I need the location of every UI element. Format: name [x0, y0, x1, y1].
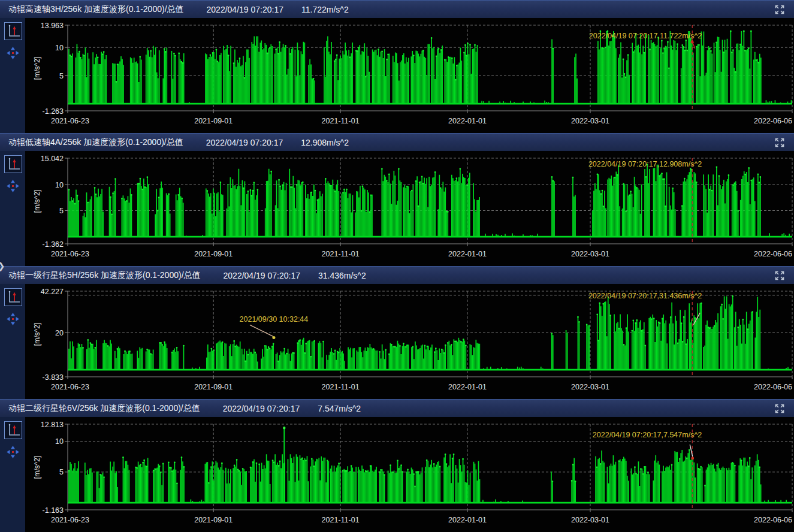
cursor-annotation: 2022/04/19 07:20:17,11.722m/s^2 — [589, 32, 702, 40]
svg-text:2022-06-06: 2022-06-06 — [754, 383, 792, 391]
svg-text:20: 20 — [55, 329, 64, 337]
pan-tool-icon[interactable] — [6, 46, 20, 60]
chart-area[interactable]: 13.963-1.2631052021-06-232021-09-012021-… — [0, 18, 794, 133]
svg-text:2021-09-01: 2021-09-01 — [194, 516, 233, 524]
chart-toolbar — [0, 18, 25, 133]
svg-text:2022-06-06: 2022-06-06 — [754, 250, 792, 258]
svg-text:10: 10 — [55, 181, 64, 189]
svg-text:5: 5 — [59, 207, 64, 215]
axis-labels: 42.227-3.833202021-06-232021-09-012021-1… — [33, 288, 792, 391]
y-axis-unit: [m/s^2] — [33, 456, 41, 479]
svg-text:2022-01-01: 2022-01-01 — [448, 250, 487, 258]
svg-text:2021-06-23: 2021-06-23 — [51, 250, 89, 258]
svg-text:13.963: 13.963 — [41, 22, 64, 30]
svg-text:-1.163: -1.163 — [43, 506, 64, 515]
svg-text:15.042: 15.042 — [41, 155, 64, 163]
axes-tool-icon[interactable] — [4, 22, 22, 40]
svg-text:2021-09-01: 2021-09-01 — [194, 250, 233, 258]
expand-icon[interactable] — [774, 403, 786, 415]
svg-text:2022-03-01: 2022-03-01 — [571, 516, 609, 524]
svg-text:42.227: 42.227 — [41, 288, 64, 296]
peak-label: 2021/09/30 10:32:44 — [240, 315, 309, 324]
svg-text:2022-06-06: 2022-06-06 — [754, 117, 792, 125]
svg-text:2022-01-01: 2022-01-01 — [448, 117, 487, 125]
svg-text:2022-03-01: 2022-03-01 — [571, 383, 609, 391]
cursor-value: 11.722m/s^2 — [301, 5, 349, 14]
svg-text:2022-06-06: 2022-06-06 — [754, 516, 792, 524]
cursor-annotation: 2022/04/19 07:20:17,12.908m/s^2 — [588, 160, 702, 168]
cursor-annotation: 2022/04/19 07:20:17,7.547m/s^2 — [593, 431, 702, 439]
y-axis-unit: [m/s^2] — [33, 57, 41, 80]
panel-title: 动辊低速轴4A/256k 加速度波形(0.1-2000)/总值 — [8, 137, 183, 148]
expand-icon[interactable] — [774, 270, 786, 282]
svg-text:2021-11-01: 2021-11-01 — [322, 383, 360, 391]
panel-title: 动辊一级行星轮5H/256k 加速度波形(0.1-2000)/总值 — [8, 270, 201, 281]
svg-text:10: 10 — [55, 44, 64, 52]
waveform-plot: 15.042-1.3621052021-06-232021-09-012021-… — [0, 151, 794, 266]
y-axis-unit: [m/s^2] — [33, 190, 41, 213]
svg-text:2022-03-01: 2022-03-01 — [571, 250, 609, 258]
svg-text:-1.362: -1.362 — [43, 240, 64, 249]
axes-tool-icon[interactable] — [4, 288, 22, 306]
svg-text:2021-06-23: 2021-06-23 — [51, 383, 89, 391]
chart-toolbar — [0, 151, 25, 266]
svg-text:5: 5 — [59, 72, 64, 80]
panel-titlebar: 动辊低速轴4A/256k 加速度波形(0.1-2000)/总值 2022/04/… — [0, 133, 794, 151]
expand-icon[interactable] — [774, 4, 786, 16]
trend-panel-3: 动辊一级行星轮5H/256k 加速度波形(0.1-2000)/总值 2022/0… — [0, 266, 794, 399]
waveform-plot: 13.963-1.2631052021-06-232021-09-012021-… — [0, 18, 794, 133]
svg-text:-3.833: -3.833 — [43, 373, 64, 382]
pan-tool-icon[interactable] — [6, 179, 20, 193]
waveform-data — [68, 31, 792, 104]
svg-text:5: 5 — [59, 468, 64, 476]
svg-text:2021-11-01: 2021-11-01 — [322, 250, 360, 258]
waveform-data — [68, 165, 792, 237]
panel-title: 动辊高速轴3H/256k 加速度波形(0.1-2000)/总值 — [8, 4, 184, 15]
svg-text:2021-06-23: 2021-06-23 — [51, 516, 89, 524]
trend-panel-2: 动辊低速轴4A/256k 加速度波形(0.1-2000)/总值 2022/04/… — [0, 133, 794, 266]
cursor-value: 12.908m/s^2 — [301, 138, 349, 147]
svg-text:2021-06-23: 2021-06-23 — [51, 117, 89, 125]
cursor-annotation: 2022/04/19 07:20:17,31.436m/s^2 — [588, 292, 702, 300]
svg-text:2022-01-01: 2022-01-01 — [448, 516, 487, 524]
pan-tool-icon[interactable] — [6, 445, 20, 459]
svg-text:2021-09-01: 2021-09-01 — [194, 117, 233, 125]
svg-text:2022-01-01: 2022-01-01 — [448, 383, 487, 391]
svg-text:2021-11-01: 2021-11-01 — [322, 117, 360, 125]
cursor-value: 7.547m/s^2 — [318, 404, 361, 413]
cursor-timestamp: 2022/04/19 07:20:17 — [223, 404, 300, 413]
axes-tool-icon[interactable] — [4, 155, 22, 173]
expand-icon[interactable] — [774, 137, 786, 149]
y-axis-unit: [m/s^2] — [33, 323, 41, 346]
collapse-panel-chevron[interactable]: ❯ — [0, 261, 5, 271]
panel-titlebar: 动辊二级行星轮6V/256k 加速度波形(0.1-2000)/总值 2022/0… — [0, 399, 794, 417]
chart-area[interactable]: 12.813-1.1631052021-06-232021-09-012021-… — [0, 417, 794, 532]
panel-title: 动辊二级行星轮6V/256k 加速度波形(0.1-2000)/总值 — [8, 403, 200, 414]
cursor-timestamp: 2022/04/19 07:20:17 — [207, 5, 283, 14]
waveform-plot: 12.813-1.1631052021-06-232021-09-012021-… — [0, 417, 794, 532]
chart-area[interactable]: 42.227-3.833202021-06-232021-09-012021-1… — [0, 284, 794, 399]
peak-annotation: 2021/09/30 10:32:44 — [240, 315, 309, 339]
panel-titlebar: 动辊一级行星轮5H/256k 加速度波形(0.1-2000)/总值 2022/0… — [0, 266, 794, 284]
svg-text:-1.263: -1.263 — [43, 107, 64, 116]
panel-titlebar: 动辊高速轴3H/256k 加速度波形(0.1-2000)/总值 2022/04/… — [0, 0, 794, 18]
svg-text:10: 10 — [55, 437, 64, 446]
chart-toolbar — [0, 417, 25, 532]
peak-point — [272, 336, 275, 339]
svg-text:2021-11-01: 2021-11-01 — [322, 516, 360, 524]
waveform-plot: 42.227-3.833202021-06-232021-09-012021-1… — [0, 284, 794, 399]
cursor-value: 31.436m/s^2 — [318, 271, 366, 280]
cursor-timestamp: 2022/04/19 07:20:17 — [206, 138, 283, 147]
cursor-timestamp: 2022/04/19 07:20:17 — [224, 271, 300, 280]
trend-panel-4: 动辊二级行星轮6V/256k 加速度波形(0.1-2000)/总值 2022/0… — [0, 399, 794, 532]
svg-text:12.813: 12.813 — [41, 421, 64, 429]
svg-text:2022-03-01: 2022-03-01 — [571, 117, 609, 125]
waveform-data — [68, 297, 792, 370]
axes-tool-icon[interactable] — [4, 421, 22, 439]
trend-panel-1: 动辊高速轴3H/256k 加速度波形(0.1-2000)/总值 2022/04/… — [0, 0, 794, 133]
pan-tool-icon[interactable] — [6, 312, 20, 326]
chart-area[interactable]: 15.042-1.3621052021-06-232021-09-012021-… — [0, 151, 794, 266]
chart-toolbar — [0, 284, 25, 399]
svg-text:2021-09-01: 2021-09-01 — [194, 383, 233, 391]
